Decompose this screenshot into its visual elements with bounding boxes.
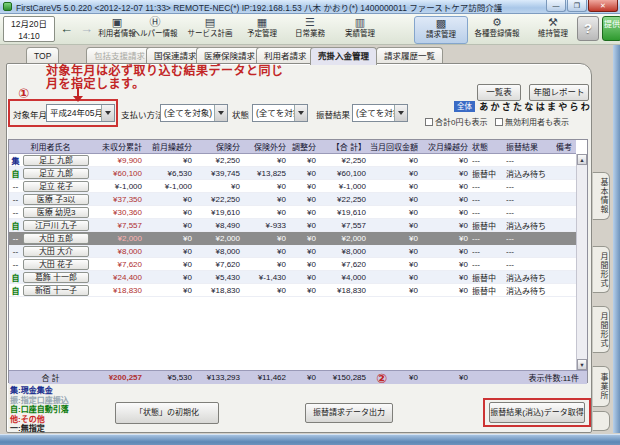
status-cell: 振替中: [472, 220, 506, 231]
amount-cell: ¥8,000: [320, 247, 370, 256]
amount-cell: ¥-1,000: [92, 182, 146, 191]
user-name-button[interactable]: 大田 五郎: [23, 233, 89, 244]
kana-letter-な[interactable]: な: [523, 100, 534, 113]
annual-report-button[interactable]: 年間レポート: [529, 84, 589, 101]
provide-button[interactable]: 提供: [602, 16, 620, 41]
table-row[interactable]: --医療 子3以¥37,350¥0¥22,250¥0¥0¥22,250¥0¥0-…: [9, 193, 576, 206]
status-cell: ---: [472, 247, 506, 256]
kana-letter-は[interactable]: は: [534, 100, 545, 113]
tab-売掛入金管理[interactable]: 売掛入金管理: [310, 47, 377, 65]
user-name-button[interactable]: 葛飾 十一郎: [23, 272, 89, 283]
user-name-button[interactable]: 足上 九郎: [23, 155, 89, 166]
table-row[interactable]: --足立 花子¥-1,000¥-1,000¥0¥0¥0¥-1,000¥0¥0--…: [9, 180, 576, 193]
nav-wrench[interactable]: ⚒維持管理: [527, 16, 579, 44]
side-tab-事業所[interactable]: 事業所: [592, 366, 610, 407]
nav-billing[interactable]: ▩請求管理: [414, 16, 468, 44]
user-name-button[interactable]: 江戸川 九子: [23, 220, 89, 231]
kana-letter-さ[interactable]: さ: [501, 100, 512, 113]
user-name-button[interactable]: 足立 九郎: [23, 168, 89, 179]
status-cell: ---: [472, 156, 506, 165]
nav-helper[interactable]: Ⓗヘルパー情報: [129, 16, 181, 44]
maximize-button[interactable]: ❐: [567, 0, 587, 12]
user-name-button[interactable]: 新宿 十一子: [23, 285, 89, 296]
amount-cell: ¥0: [244, 247, 290, 256]
amount-cell: ¥0: [422, 156, 472, 165]
kana-letter-た[interactable]: た: [512, 100, 523, 113]
table-row[interactable]: --大田 五郎¥2,000¥0¥2,000¥0¥0¥2,000¥0¥0-----…: [9, 232, 576, 245]
close-button[interactable]: ✕: [588, 0, 618, 12]
back-arrow-icon[interactable]: ←: [60, 21, 73, 36]
user-name-button[interactable]: 大田 大介: [23, 246, 89, 257]
kana-letter-か[interactable]: か: [489, 100, 500, 113]
table-row[interactable]: --医療 幼児3¥30,360¥0¥19,610¥0¥0¥19,610¥0¥0-…: [9, 206, 576, 219]
legend-item: 自:口座自動引落: [10, 405, 69, 415]
list-report-button[interactable]: 一覧表: [477, 84, 521, 101]
nav-gear[interactable]: ⚙各種登録情報: [467, 16, 527, 44]
init-status-button[interactable]: 「状態」の初期化: [115, 402, 219, 424]
table-row[interactable]: 自足立 九郎¥60,100¥6,530¥39,745¥13,825¥0¥60,1…: [9, 167, 576, 180]
user-name-button[interactable]: 足立 花子: [23, 181, 89, 192]
checkbox-icon[interactable]: [425, 118, 433, 126]
show-inactive-users-checkbox[interactable]: 無効利用者も表示: [495, 116, 569, 127]
kana-letter-あ[interactable]: あ: [478, 100, 489, 113]
payment-type-marker: 自: [9, 168, 22, 179]
table-row[interactable]: --大田 大介¥8,000¥0¥8,000¥0¥0¥8,000¥0¥0-----…: [9, 245, 576, 258]
export-transfer-data-button[interactable]: 振替請求データ出力: [305, 403, 393, 423]
amount-cell: ¥0: [370, 234, 422, 243]
help-button[interactable]: ?: [577, 16, 599, 41]
date-clock[interactable]: 12月20日 14:10: [3, 16, 55, 42]
kana-letter-や[interactable]: や: [557, 100, 568, 113]
wrench-icon: ⚒: [527, 16, 579, 29]
name-cell: 大田 大介: [22, 246, 92, 257]
minimize-button[interactable]: —: [546, 0, 566, 12]
date-label: 12月20日: [4, 18, 54, 30]
step2-marker: ②: [376, 371, 387, 386]
amount-cell: ¥0: [146, 260, 196, 269]
nav-daily-work[interactable]: ☰日常業務: [284, 16, 336, 44]
table-row[interactable]: 自葛飾 十一郎¥24,400¥0¥5,430¥-1,430¥0¥4,000¥0¥…: [9, 271, 576, 284]
total-row: 合 計¥200,257¥5,530¥133,293¥11,462¥0¥150,2…: [9, 370, 587, 384]
side-tab-月間形式[interactable]: 月間形式: [592, 246, 610, 293]
nav-calendar[interactable]: ▦予定管理: [236, 16, 288, 44]
table-row[interactable]: --大田 花子¥7,620¥0¥7,620¥0¥0¥7,620¥0¥0-----…: [9, 258, 576, 271]
results-icon: ▥: [334, 16, 386, 29]
table-row[interactable]: 自江戸川 九子¥7,557¥0¥8,490¥-933¥0¥7,557¥0¥0振替…: [9, 219, 576, 232]
chevron-down-icon[interactable]: [294, 105, 307, 121]
tab-請求履歴一覧[interactable]: 請求履歴一覧: [376, 47, 443, 64]
nav-service-plan[interactable]: ▤サービス計画: [184, 16, 236, 44]
user-name-button[interactable]: 医療 幼児3: [23, 207, 89, 218]
checkbox-icon[interactable]: [495, 118, 503, 126]
amount-cell: ¥18,830: [320, 286, 370, 295]
chevron-down-icon[interactable]: [394, 105, 407, 121]
nav-results[interactable]: ▥実績管理: [334, 16, 386, 44]
amount-cell: ¥0: [244, 195, 290, 204]
amount-cell: ¥0: [244, 286, 290, 295]
show-zero-total-checkbox[interactable]: 合計0円も表示: [425, 116, 487, 127]
payment-method-select[interactable]: (全てを対象): [160, 104, 228, 122]
scroll-up-icon[interactable]: ▲: [577, 154, 587, 165]
checkbox-label: 合計0円も表示: [435, 116, 487, 127]
service-plan-icon: ▤: [184, 16, 236, 29]
amount-cell: ¥-1,000: [146, 182, 196, 191]
side-tab-基本情報[interactable]: 基本情報: [592, 172, 610, 220]
scroll-down-icon[interactable]: ▼: [577, 359, 587, 370]
table-row[interactable]: 集足上 九郎¥9,900¥0¥2,250¥0¥0¥2,250¥0¥0------: [9, 154, 576, 167]
status-select[interactable]: (全てを対象): [252, 104, 308, 122]
user-name-button[interactable]: 医療 子3以: [23, 194, 89, 205]
transfer-result-cell: ---: [506, 195, 556, 204]
amount-cell: ¥60,100: [92, 169, 146, 178]
side-tab-月間形式[interactable]: 月間形式: [592, 306, 610, 353]
kana-all-button[interactable]: 全体: [454, 101, 475, 112]
kana-letter-わ[interactable]: わ: [580, 100, 591, 113]
user-name-button[interactable]: 大田 花子: [23, 259, 89, 270]
vertical-scrollbar[interactable]: ▲ ▼: [576, 154, 587, 370]
transfer-result-select[interactable]: (全てを対象): [352, 104, 408, 122]
amount-cell: ¥-933: [244, 221, 290, 230]
kana-letter-ま[interactable]: ま: [546, 100, 557, 113]
table-row[interactable]: 自新宿 十一子¥18,830¥0¥18,830¥0¥0¥18,830¥0¥0振替…: [9, 284, 576, 297]
payment-type-marker: --: [9, 195, 22, 204]
transfer-result-cell: ---: [506, 260, 556, 269]
amount-cell: ¥0: [422, 221, 472, 230]
chevron-down-icon[interactable]: [214, 105, 227, 121]
kana-letter-ら[interactable]: ら: [568, 100, 579, 113]
